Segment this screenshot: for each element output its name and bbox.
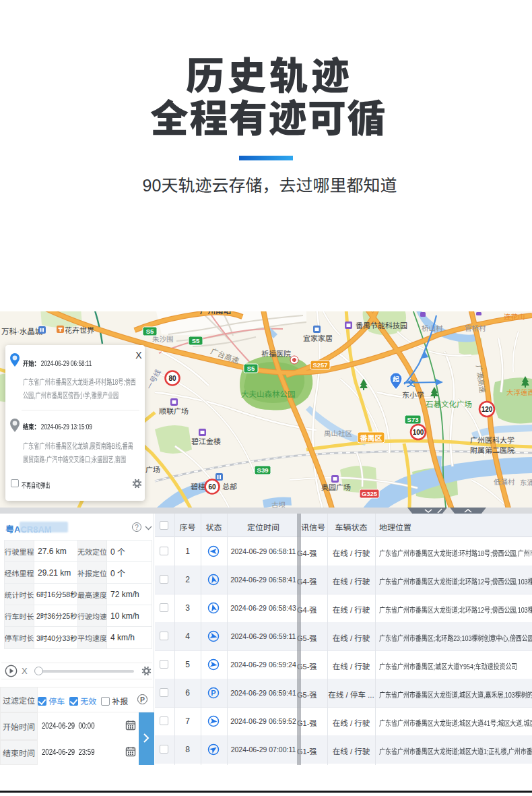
svg-text:文: 文 xyxy=(406,379,415,388)
svg-text:广州南站: 广州南站 xyxy=(200,311,231,315)
svg-text:碧桂: 碧桂 xyxy=(191,483,205,491)
svg-text:G325: G325 xyxy=(362,490,378,497)
svg-text:60: 60 xyxy=(208,483,216,491)
svg-text:大浮莲西: 大浮莲西 xyxy=(506,388,532,396)
svg-text:东小学: 东小学 xyxy=(402,391,424,399)
svg-text:连花山: 连花山 xyxy=(504,313,525,321)
svg-text:S39: S39 xyxy=(257,466,269,474)
svg-text:古坝: 古坝 xyxy=(271,501,286,508)
svg-text:起: 起 xyxy=(392,374,399,384)
svg-text:广场: 广场 xyxy=(145,466,160,474)
svg-text:S5: S5 xyxy=(247,365,255,372)
svg-text:官桥村: 官桥村 xyxy=(465,324,486,332)
svg-text:120: 120 xyxy=(481,406,493,413)
svg-text:宜家家居: 宜家家居 xyxy=(303,334,333,342)
svg-text:花卉世界: 花卉世界 xyxy=(65,326,94,334)
svg-text:S257: S257 xyxy=(312,361,327,369)
svg-text:东涌: 东涌 xyxy=(520,479,532,487)
svg-text:附属第二医院: 附属第二医院 xyxy=(470,446,514,454)
svg-text:80: 80 xyxy=(168,375,176,382)
svg-text:石碁文化广场: 石碁文化广场 xyxy=(426,400,472,408)
svg-text:低涌村: 低涌村 xyxy=(494,478,515,486)
svg-text:大夫山森林公园: 大夫山森林公园 xyxy=(241,390,296,398)
svg-text:S73: S73 xyxy=(407,416,419,423)
svg-text:100: 100 xyxy=(413,429,424,436)
svg-text:番禺区: 番禺区 xyxy=(360,432,383,443)
svg-text:朱沙围: 朱沙围 xyxy=(152,335,174,343)
svg-text:番禺节能科技园: 番禺节能科技园 xyxy=(356,322,407,330)
svg-text:广州医科大学: 广州医科大学 xyxy=(470,436,514,444)
svg-text:P: P xyxy=(211,689,215,697)
svg-text:祈福医院: 祈福医院 xyxy=(261,350,291,358)
svg-text:S5: S5 xyxy=(146,328,154,335)
svg-text:万科·水晶城: 万科·水晶城 xyxy=(1,328,43,336)
svg-text:桥山村: 桥山村 xyxy=(422,324,443,332)
svg-text:禺山社区: 禺山社区 xyxy=(324,429,352,437)
svg-text:碧江金楼: 碧江金楼 xyxy=(191,437,221,446)
svg-text:奥园广场: 奥园广场 xyxy=(321,483,351,491)
svg-text:总部: 总部 xyxy=(222,483,237,491)
svg-text:顺联广场: 顺联广场 xyxy=(159,407,189,415)
svg-text:S5: S5 xyxy=(192,337,200,344)
